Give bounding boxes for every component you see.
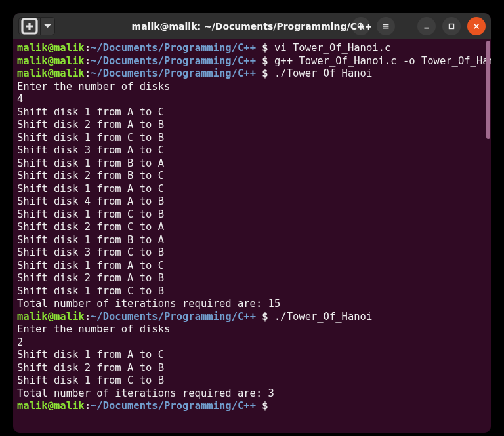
output-line: Enter the number of disks [17, 323, 487, 336]
menu-button[interactable] [377, 17, 395, 35]
prompt-path: ~/Documents/Programming/C++ [91, 42, 256, 54]
prompt-colon: : [85, 68, 91, 79]
output-line: Shift disk 1 from C to B [17, 374, 487, 387]
output-text: Shift disk 2 from A to B [17, 119, 164, 130]
output-text: Shift disk 1 from B to A [17, 234, 164, 246]
output-text: Shift disk 3 from C to B [17, 247, 164, 258]
output-line: 2 [17, 336, 487, 349]
output-line: Shift disk 4 from A to B [17, 195, 487, 208]
output-line: Shift disk 1 from A to C [17, 260, 487, 273]
command-text: ./Tower_Of_Hanoi [274, 68, 372, 79]
prompt-line: malik@malik:~/Documents/Programming/C++ … [17, 42, 487, 55]
prompt-userhost: malik@malik [17, 42, 85, 54]
prompt-dollar: $ [256, 311, 274, 323]
output-text: Enter the number of disks [17, 81, 170, 92]
command-text: ./Tower_Of_Hanoi [274, 311, 372, 323]
output-line: Total number of iterations required are:… [17, 298, 487, 311]
output-line: Shift disk 2 from C to A [17, 221, 487, 234]
search-button[interactable] [352, 17, 370, 35]
output-line: Enter the number of disks [17, 81, 487, 94]
new-tab-dropdown[interactable] [41, 17, 55, 35]
output-text: Shift disk 1 from C to B [17, 132, 164, 144]
output-text: Total number of iterations required are:… [17, 387, 274, 399]
output-line: Shift disk 1 from C to B [17, 132, 487, 145]
prompt-dollar: $ [256, 68, 274, 79]
output-line: 4 [17, 93, 487, 106]
titlebar-left-group [18, 17, 55, 35]
prompt-colon: : [85, 311, 91, 323]
maximize-icon [447, 22, 456, 31]
output-text: Shift disk 1 from A to C [17, 183, 164, 195]
output-text: Shift disk 1 from C to B [17, 208, 164, 220]
output-text: Shift disk 1 from C to B [17, 374, 164, 386]
output-line: Shift disk 2 from A to B [17, 119, 487, 132]
output-line: Shift disk 1 from C to B [17, 285, 487, 298]
prompt-path: ~/Documents/Programming/C++ [91, 55, 256, 67]
svg-point-3 [358, 23, 362, 28]
output-line: Shift disk 3 from A to C [17, 144, 487, 157]
output-text: 2 [17, 336, 23, 348]
output-line: Shift disk 2 from A to B [17, 272, 487, 285]
titlebar-right-group [352, 17, 486, 35]
close-button[interactable] [467, 17, 486, 35]
titlebar: malik@malik: ~/Documents/Programming/C++ [13, 13, 491, 39]
output-text: Shift disk 1 from B to A [17, 157, 164, 169]
output-line: Shift disk 2 from B to C [17, 170, 487, 183]
scrollbar-thumb[interactable] [486, 41, 490, 139]
output-text: Shift disk 1 from A to C [17, 106, 164, 118]
output-line: Shift disk 1 from A to C [17, 106, 487, 119]
output-line: Shift disk 2 from A to B [17, 362, 487, 375]
output-line: Total number of iterations required are:… [17, 387, 487, 401]
minimize-button[interactable] [417, 17, 436, 35]
new-tab-button[interactable] [18, 17, 41, 35]
svg-line-4 [362, 27, 364, 29]
output-line: Shift disk 1 from A to C [17, 349, 487, 362]
prompt-dollar: $ [256, 42, 274, 54]
prompt-colon: : [85, 55, 91, 67]
output-line: Shift disk 1 from C to B [17, 208, 487, 222]
prompt-userhost: malik@malik [17, 311, 85, 323]
prompt-line: malik@malik:~/Documents/Programming/C++ … [17, 68, 487, 81]
prompt-line: malik@malik:~/Documents/Programming/C++ … [17, 400, 487, 413]
output-line: Shift disk 1 from B to A [17, 157, 487, 170]
prompt-colon: : [85, 400, 91, 412]
terminal-window: malik@malik: ~/Documents/Programming/C++ [13, 13, 491, 433]
prompt-path: ~/Documents/Programming/C++ [91, 400, 256, 412]
prompt-line: malik@malik:~/Documents/Programming/C++ … [17, 55, 487, 68]
output-text: Total number of iterations required are:… [17, 298, 280, 309]
output-text: Shift disk 4 from A to B [17, 195, 164, 207]
output-text: Shift disk 3 from A to C [17, 144, 164, 156]
prompt-colon: : [85, 42, 91, 54]
output-text: Shift disk 1 from C to B [17, 285, 164, 297]
command-text: vi Tower_Of_Hanoi.c [274, 42, 390, 54]
output-text: Shift disk 2 from C to A [17, 221, 164, 233]
output-text: Enter the number of disks [17, 323, 170, 335]
output-line: Shift disk 3 from C to B [17, 247, 487, 260]
chevron-down-icon [41, 19, 54, 33]
prompt-userhost: malik@malik [17, 68, 85, 79]
prompt-line: malik@malik:~/Documents/Programming/C++ … [17, 311, 487, 324]
output-text: Shift disk 1 from A to C [17, 260, 164, 271]
close-icon [472, 22, 481, 31]
hamburger-icon [381, 22, 390, 31]
output-line: Shift disk 1 from B to A [17, 234, 487, 247]
new-tab-icon [19, 16, 40, 37]
output-text: Shift disk 2 from A to B [17, 362, 164, 374]
minimize-icon [422, 22, 431, 31]
prompt-userhost: malik@malik [17, 55, 85, 67]
svg-rect-9 [450, 24, 454, 28]
prompt-userhost: malik@malik [17, 400, 85, 412]
prompt-path: ~/Documents/Programming/C++ [91, 68, 256, 79]
output-line: Shift disk 1 from A to C [17, 183, 487, 196]
output-text: Shift disk 2 from A to B [17, 272, 164, 284]
search-icon [356, 22, 366, 31]
prompt-path: ~/Documents/Programming/C++ [91, 311, 256, 323]
maximize-button[interactable] [442, 17, 461, 35]
prompt-dollar: $ [256, 400, 274, 412]
command-text: g++ Tower_Of_Hanoi.c -o Tower_Of_Hanoi [274, 55, 491, 67]
output-text: Shift disk 1 from A to C [17, 349, 164, 361]
prompt-dollar: $ [256, 55, 274, 67]
output-text: 4 [17, 93, 23, 105]
output-text: Shift disk 2 from B to C [17, 170, 164, 182]
terminal-body[interactable]: malik@malik:~/Documents/Programming/C++ … [13, 39, 491, 433]
